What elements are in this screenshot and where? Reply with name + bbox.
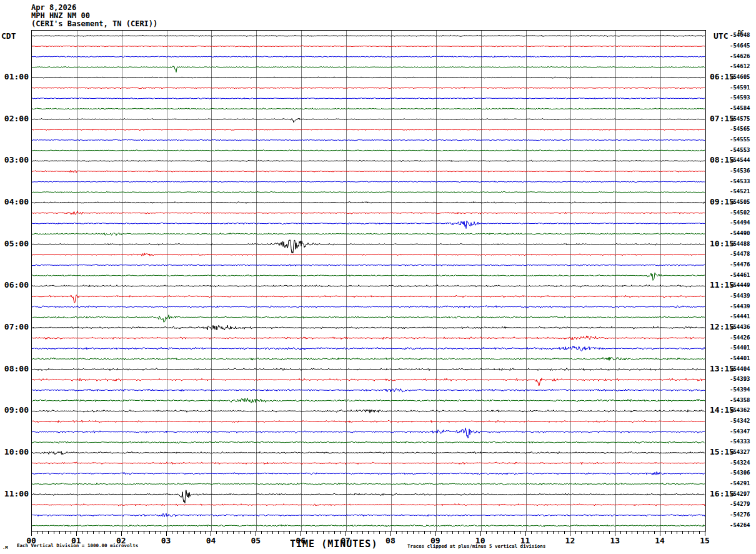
dc-value: -54575 xyxy=(730,116,750,122)
dc-value: -54342 xyxy=(730,418,750,424)
x-axis-major-tick xyxy=(121,531,122,536)
x-axis-minor-tick xyxy=(677,531,677,534)
cdt-hour-label: 11:00 xyxy=(0,489,29,498)
x-axis-major-tick xyxy=(346,531,346,536)
x-axis-minor-tick xyxy=(127,531,127,534)
x-axis-minor-tick xyxy=(317,531,318,534)
dc-value: -54521 xyxy=(730,188,750,194)
x-tick-label: 03 xyxy=(156,536,177,545)
dc-value: -54297 xyxy=(730,491,750,497)
x-axis-minor-tick xyxy=(626,531,627,534)
dc-value: -54324 xyxy=(730,460,750,466)
cdt-hour-label: 08:00 xyxy=(0,364,29,373)
dc-value: -54347 xyxy=(730,428,750,435)
x-axis-major-tick xyxy=(615,531,615,536)
dc-value: -54555 xyxy=(730,136,750,143)
x-axis-major-tick xyxy=(390,531,391,536)
x-axis-minor-tick xyxy=(604,531,604,534)
x-axis-minor-tick xyxy=(553,531,554,534)
x-axis-minor-tick xyxy=(183,531,184,534)
clip-note: Traces clipped at plus/minus 5 vertical … xyxy=(407,543,545,549)
x-axis-minor-tick xyxy=(447,531,447,534)
x-axis-minor-tick xyxy=(699,531,700,534)
x-axis-minor-tick xyxy=(509,531,509,534)
x-axis-minor-tick xyxy=(537,531,537,534)
cdt-hour-label: 03:00 xyxy=(0,155,29,164)
dc-value: -54505 xyxy=(730,199,750,205)
dc-value: -54478 xyxy=(730,251,750,257)
x-axis-minor-tick xyxy=(492,531,492,534)
x-axis-minor-tick xyxy=(306,531,307,534)
x-axis-minor-tick xyxy=(194,531,195,534)
dc-value: -54333 xyxy=(730,438,750,445)
x-axis-minor-tick xyxy=(464,531,464,534)
x-tick-label: 15 xyxy=(694,536,715,545)
dc-value: -54276 xyxy=(730,511,750,518)
dc-value: -54494 xyxy=(730,219,750,226)
x-axis-minor-tick xyxy=(419,531,419,534)
cdt-hour-label: 04:00 xyxy=(0,197,29,206)
watermark: .M xyxy=(2,545,7,550)
dc-value: -54565 xyxy=(730,126,750,132)
x-tick-label: 05 xyxy=(245,536,266,545)
x-axis-major-tick xyxy=(76,531,77,536)
x-axis-minor-tick xyxy=(323,531,324,534)
x-tick-label: 13 xyxy=(604,536,625,545)
dc-value: -54441 xyxy=(730,313,750,320)
x-axis-minor-tick xyxy=(497,531,498,534)
x-axis-minor-tick xyxy=(486,531,487,534)
x-axis-minor-tick xyxy=(564,531,565,534)
x-axis-major-tick xyxy=(525,531,526,536)
x-axis-minor-tick xyxy=(110,531,111,534)
x-axis-minor-tick xyxy=(244,531,245,534)
dc-value: -54626 xyxy=(730,53,750,59)
cdt-hour-label: 09:00 xyxy=(0,405,29,415)
cdt-hour-label: 05:00 xyxy=(0,239,29,248)
x-axis-minor-tick xyxy=(430,531,430,534)
title-location: (CERI's Basement, TN (CERI)) xyxy=(31,20,157,28)
dc-value: -54605 xyxy=(730,74,750,80)
x-axis-minor-tick xyxy=(396,531,397,534)
dc-value: -54404 xyxy=(730,366,750,372)
dc-value: -54591 xyxy=(730,84,750,91)
x-axis-minor-tick xyxy=(592,531,593,534)
x-axis-minor-tick xyxy=(161,531,161,534)
x-axis-title: TIME (MINUTES) xyxy=(290,538,377,550)
helicorder-page: Apr 8,2026 MPH HNZ NM 00 (CERI's Basemen… xyxy=(0,0,756,554)
x-axis-minor-tick xyxy=(189,531,189,534)
x-axis-minor-tick xyxy=(205,531,206,534)
x-axis-minor-tick xyxy=(93,531,94,534)
x-axis-minor-tick xyxy=(598,531,599,534)
x-axis-minor-tick xyxy=(65,531,66,534)
x-axis-minor-tick xyxy=(542,531,542,534)
dc-value: -54648 xyxy=(730,32,750,38)
x-tick-label: 12 xyxy=(559,536,580,545)
dc-value: -54306 xyxy=(730,470,750,476)
x-axis-minor-tick xyxy=(278,531,279,534)
dc-value: -54394 xyxy=(730,386,750,393)
x-axis-minor-tick xyxy=(340,531,341,534)
dc-value: -54279 xyxy=(730,501,750,507)
x-axis-major-tick xyxy=(211,531,211,536)
x-axis-minor-tick xyxy=(694,531,694,534)
x-axis-minor-tick xyxy=(385,531,385,534)
x-axis-minor-tick xyxy=(609,531,610,534)
dc-value: -54502 xyxy=(730,209,750,216)
cdt-hour-label: 02:00 xyxy=(0,114,29,123)
x-axis-minor-tick xyxy=(643,531,644,534)
x-axis-minor-tick xyxy=(424,531,425,534)
x-axis-minor-tick xyxy=(138,531,139,534)
x-axis-minor-tick xyxy=(132,531,133,534)
cdt-hour-label: 01:00 xyxy=(0,72,29,81)
dc-value: -54436 xyxy=(730,324,750,330)
trace-canvas xyxy=(32,31,705,531)
dc-value: -54593 xyxy=(730,94,750,101)
x-axis-minor-tick xyxy=(82,531,82,534)
dc-value: -54362 xyxy=(730,407,750,413)
x-axis-minor-tick xyxy=(216,531,217,534)
x-axis-minor-tick xyxy=(329,531,329,534)
seismogram-plot xyxy=(31,30,706,531)
x-axis-minor-tick xyxy=(144,531,144,534)
x-axis-minor-tick xyxy=(149,531,150,534)
left-timezone-label: CDT xyxy=(1,31,16,41)
